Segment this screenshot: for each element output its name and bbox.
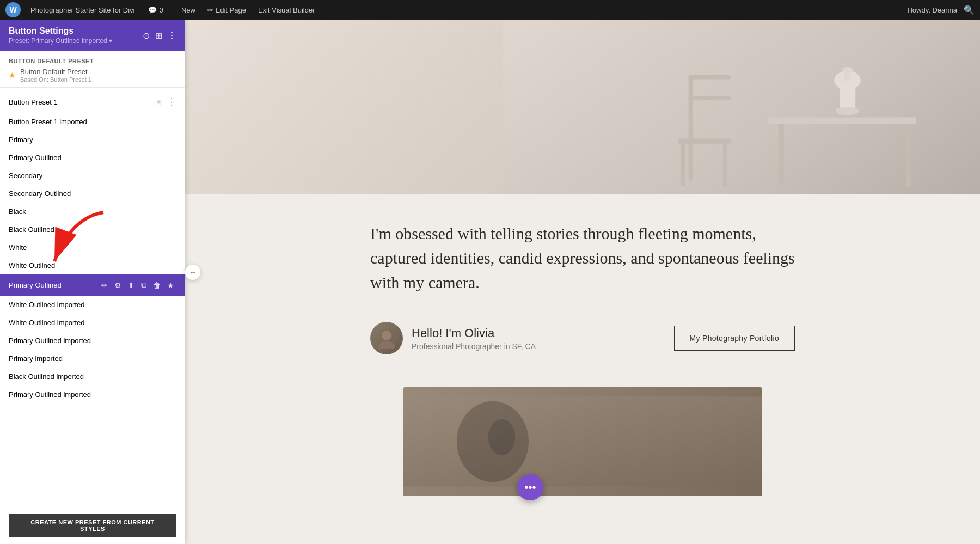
topbar-right: Howdy, Deanna 🔍 bbox=[907, 5, 975, 15]
portfolio-button[interactable]: My Photography Portfolio bbox=[674, 326, 795, 351]
avatar-svg bbox=[376, 327, 397, 349]
panel-title: Button Settings bbox=[9, 26, 112, 36]
preset-item[interactable]: Button Preset 1 imported bbox=[0, 113, 185, 131]
panel-header-icons: ⊙ ⊞ ⋮ bbox=[143, 30, 176, 41]
create-preset-button[interactable]: CREATE NEW PRESET FROM CURRENT STYLES bbox=[9, 514, 176, 537]
preset-star-icon[interactable]: ★ bbox=[156, 98, 162, 106]
content-section: I'm obsessed with telling stories throug… bbox=[338, 194, 828, 518]
svg-point-15 bbox=[378, 341, 395, 349]
comments-btn[interactable]: 💬 0 bbox=[145, 5, 166, 15]
delete-preset-icon[interactable]: 🗑 bbox=[151, 280, 163, 291]
svg-rect-6 bbox=[678, 138, 731, 144]
author-info: Hello! I'm Olivia Professional Photograp… bbox=[370, 322, 536, 354]
svg-point-14 bbox=[382, 331, 391, 340]
preset-list: Button Preset 1 ★ ⋮ Button Preset 1 impo… bbox=[0, 88, 185, 507]
active-item-tools: ✏ ⚙ ⬆ ⧉ 🗑 ★ bbox=[99, 279, 176, 291]
preset-item-name: Secondary bbox=[9, 172, 176, 180]
panel-portrait-icon[interactable]: ⊙ bbox=[143, 30, 150, 41]
preset-item[interactable]: White Outlined imported bbox=[0, 296, 185, 314]
svg-point-13 bbox=[842, 67, 853, 72]
svg-point-11 bbox=[836, 107, 859, 115]
duplicate-preset-icon[interactable]: ⧉ bbox=[139, 279, 149, 291]
preset-dots-icon[interactable]: ⋮ bbox=[167, 96, 176, 108]
hero-svg bbox=[503, 20, 980, 194]
hero-image-inner bbox=[503, 20, 980, 194]
search-icon[interactable]: 🔍 bbox=[964, 5, 975, 15]
resize-handle[interactable]: ↔ bbox=[185, 265, 200, 280]
main-content: I'm obsessed with telling stories throug… bbox=[185, 20, 980, 544]
edit-page-btn[interactable]: ✏ Edit Page bbox=[204, 5, 249, 15]
new-btn[interactable]: + New bbox=[172, 5, 199, 15]
preset-item-name: Button Preset 1 imported bbox=[9, 118, 176, 126]
svg-point-18 bbox=[488, 419, 516, 455]
preset-item-name: Primary Outlined imported bbox=[9, 390, 176, 399]
panel-grid-icon[interactable]: ⊞ bbox=[155, 30, 162, 41]
default-preset-label: Button Default Preset bbox=[9, 58, 176, 64]
star-preset-icon[interactable]: ★ bbox=[165, 280, 176, 291]
preset-item[interactable]: Black Outlined bbox=[0, 221, 185, 239]
preset-item-name: Button Preset 1 bbox=[9, 98, 156, 106]
preset-item-name: Black Outlined imported bbox=[9, 372, 176, 381]
preset-item[interactable]: Black bbox=[0, 203, 185, 221]
default-preset-section: Button Default Preset ★ Button Default P… bbox=[0, 51, 185, 88]
author-name: Hello! I'm Olivia bbox=[412, 326, 536, 340]
default-preset-item[interactable]: ★ Button Default Preset Based On: Button… bbox=[9, 68, 176, 83]
preset-item[interactable]: Primary bbox=[0, 131, 185, 149]
preset-item-name: Primary Outlined imported bbox=[9, 337, 176, 345]
panel-header: Button Settings Preset: Primary Outlined… bbox=[0, 20, 185, 51]
fab-dots-icon: ••• bbox=[524, 481, 536, 494]
preset-item-name: Primary Outlined bbox=[9, 281, 99, 289]
preset-item[interactable]: Primary Outlined ✏ ⚙ ⬆ ⧉ 🗑 ★ bbox=[0, 274, 185, 296]
howdy-text: Howdy, Deanna bbox=[907, 6, 957, 14]
preset-item[interactable]: Primary Outlined imported bbox=[0, 332, 185, 350]
preset-item-name: White Outlined bbox=[9, 261, 176, 270]
preset-item-name: Primary bbox=[9, 136, 176, 144]
preset-item[interactable]: White Outlined bbox=[0, 256, 185, 274]
main-quote: I'm obsessed with telling stories throug… bbox=[370, 221, 795, 295]
comments-icon: 💬 bbox=[148, 6, 157, 14]
preview-svg bbox=[403, 387, 762, 496]
preset-item[interactable]: Secondary Outlined bbox=[0, 185, 185, 203]
wordpress-icon[interactable]: W bbox=[5, 2, 21, 17]
svg-rect-1 bbox=[779, 124, 784, 187]
default-preset-based: Based On: Button Preset 1 bbox=[20, 76, 91, 83]
preset-item[interactable]: Primary Outlined imported bbox=[0, 386, 185, 404]
export-preset-icon[interactable]: ⬆ bbox=[126, 280, 137, 291]
svg-rect-7 bbox=[681, 144, 685, 186]
left-panel: Button Settings Preset: Primary Outlined… bbox=[0, 20, 185, 544]
preset-item-name: Primary Outlined bbox=[9, 154, 176, 162]
preset-item-name: Primary imported bbox=[9, 354, 176, 363]
exit-builder-btn[interactable]: Exit Visual Builder bbox=[255, 5, 318, 15]
author-title: Professional Photographer in SF, CA bbox=[412, 342, 536, 351]
top-bar: W Photographer Starter Site for Divi 💬 0… bbox=[0, 0, 980, 20]
preset-item[interactable]: White bbox=[0, 239, 185, 256]
hero-image bbox=[185, 20, 980, 194]
preset-item-name: White Outlined imported bbox=[9, 319, 176, 327]
preset-item[interactable]: Secondary bbox=[0, 167, 185, 185]
edit-preset-icon[interactable]: ✏ bbox=[99, 280, 110, 291]
default-preset-name: Button Default Preset bbox=[20, 68, 91, 76]
panel-more-icon[interactable]: ⋮ bbox=[168, 30, 176, 41]
panel-subtitle[interactable]: Preset: Primary Outlined imported ▾ bbox=[9, 37, 112, 45]
default-preset-star-icon: ★ bbox=[9, 71, 16, 80]
settings-preset-icon[interactable]: ⚙ bbox=[112, 280, 124, 291]
preset-item[interactable]: Button Preset 1 ★ ⋮ bbox=[0, 91, 185, 113]
author-section: Hello! I'm Olivia Professional Photograp… bbox=[370, 322, 795, 354]
author-avatar bbox=[370, 322, 403, 354]
preset-item-name: White Outlined imported bbox=[9, 301, 176, 309]
preset-item-name: White bbox=[9, 243, 176, 252]
preset-item[interactable]: Primary Outlined bbox=[0, 149, 185, 167]
resize-icon: ↔ bbox=[189, 268, 197, 277]
bottom-preview-image bbox=[403, 387, 762, 496]
svg-rect-2 bbox=[906, 124, 911, 187]
svg-rect-8 bbox=[723, 144, 727, 186]
floating-action-button[interactable]: ••• bbox=[517, 474, 543, 500]
preset-item[interactable]: Black Outlined imported bbox=[0, 368, 185, 386]
svg-rect-5 bbox=[689, 96, 731, 101]
preset-item[interactable]: White Outlined imported bbox=[0, 314, 185, 332]
preset-item[interactable]: Primary imported bbox=[0, 350, 185, 368]
comments-count: 0 bbox=[159, 6, 163, 14]
preset-item-name: Black Outlined bbox=[9, 225, 176, 234]
svg-rect-4 bbox=[689, 75, 731, 80]
preset-item-name: Secondary Outlined bbox=[9, 190, 176, 198]
